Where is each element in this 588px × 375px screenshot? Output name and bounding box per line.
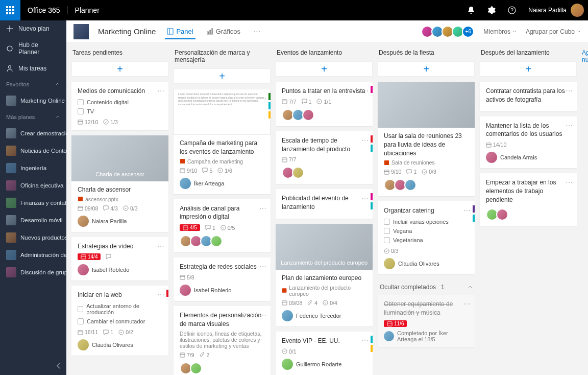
- task-card[interactable]: Lorem ipsum dolor sit amet consectetur a…: [174, 89, 271, 194]
- add-bucket-button[interactable]: Agregar nue: [582, 43, 588, 69]
- checkbox[interactable]: [78, 306, 83, 312]
- card-menu-button[interactable]: ⋯: [463, 300, 471, 308]
- card-menu-button[interactable]: ⋯: [463, 87, 471, 95]
- assignee[interactable]: Naiara Padilla: [78, 216, 162, 227]
- card-menu-button[interactable]: ⋯: [157, 291, 164, 299]
- assignee[interactable]: Federico Tercedor: [282, 310, 366, 321]
- card-menu-button[interactable]: ⋯: [361, 87, 369, 95]
- add-task-button[interactable]: +: [480, 61, 577, 77]
- card-menu-button[interactable]: ⋯: [259, 204, 266, 213]
- task-card-completed[interactable]: Obtener equipamiento de iluminación y mú…: [378, 295, 475, 347]
- plan-link[interactable]: Crear demostración: [0, 125, 66, 142]
- members-overflow[interactable]: +6: [462, 26, 474, 38]
- checklist-item[interactable]: TV: [78, 107, 162, 116]
- task-card[interactable]: Análisis de canal para impresión o digit…: [174, 199, 271, 253]
- help-button[interactable]: ?: [502, 0, 522, 20]
- task-card[interactable]: Elementos de personalización de marca vi…: [174, 306, 271, 375]
- user-menu[interactable]: Naiara Padilla: [522, 4, 588, 17]
- card-menu-button[interactable]: ⋯: [566, 87, 573, 95]
- task-card[interactable]: Organizar cateringIncluir varias opcione…: [378, 201, 475, 274]
- settings-button[interactable]: [481, 0, 502, 20]
- tab-board[interactable]: Panel: [165, 25, 195, 39]
- checkbox[interactable]: [384, 228, 390, 234]
- add-task-button[interactable]: +: [378, 61, 475, 77]
- task-card[interactable]: Medios de comunicaciónContenido digitalT…: [71, 82, 168, 130]
- add-task-button[interactable]: +: [276, 61, 373, 77]
- checkbox[interactable]: [384, 219, 390, 225]
- plan-link[interactable]: Discusión de grupo: [0, 264, 66, 281]
- bucket-title[interactable]: Eventos de lanzamiento: [276, 49, 373, 61]
- more-plans-section-toggle[interactable]: Más planes: [0, 109, 66, 125]
- plan-link[interactable]: Ingeniería: [0, 159, 66, 177]
- checkbox[interactable]: [78, 318, 84, 324]
- card-menu-button[interactable]: ⋯: [361, 136, 369, 145]
- assignee-pile[interactable]: [486, 208, 571, 221]
- assignee-pile[interactable]: [180, 235, 264, 247]
- plan-link[interactable]: Finanzas y contabilidad: [0, 194, 66, 212]
- planner-hub-link[interactable]: Hub de Planner: [0, 37, 66, 60]
- task-card[interactable]: Evento VIP - EE. UU. 0/1Guillermo Rodart…: [276, 332, 373, 375]
- assignee-pile[interactable]: [384, 179, 469, 191]
- checklist-item[interactable]: Incluir varias opciones: [384, 217, 469, 226]
- task-card[interactable]: Contratar contratista para los activos d…: [480, 82, 577, 111]
- task-card[interactable]: Estrategia de redes sociales 5/8Isabel R…: [174, 257, 271, 301]
- tab-charts[interactable]: Gráficos: [205, 25, 242, 38]
- checklist-item[interactable]: Vegana: [384, 226, 469, 236]
- card-menu-button[interactable]: ⋯: [361, 337, 369, 345]
- checklist-item[interactable]: Contenido digital: [78, 98, 162, 107]
- my-tasks-link[interactable]: Mis tareas: [0, 60, 66, 77]
- card-menu-button[interactable]: ⋯: [361, 194, 369, 202]
- task-card[interactable]: Iniciar en la webActualizar entorno de p…: [71, 286, 168, 356]
- card-menu-button[interactable]: ⋯: [259, 94, 266, 102]
- checkbox[interactable]: [384, 237, 390, 243]
- card-menu-button[interactable]: ⋯: [157, 140, 164, 149]
- plan-link[interactable]: Desarrollo móvil: [0, 212, 66, 229]
- card-menu-button[interactable]: ⋯: [157, 242, 164, 250]
- checklist-item[interactable]: Vegetariana: [384, 236, 469, 245]
- plan-link[interactable]: Oficina ejecutiva: [0, 177, 66, 194]
- group-by-dropdown[interactable]: Agrupar por Cubo: [526, 28, 581, 35]
- task-card[interactable]: Charla de ascensorCharla de ascensor asc…: [71, 135, 168, 232]
- members-dropdown[interactable]: Miembros: [483, 28, 517, 35]
- task-card[interactable]: Escala de tiempo de lanzamiento del prod…: [276, 131, 373, 184]
- assignee-pile[interactable]: [282, 109, 366, 121]
- assignee-pile[interactable]: [282, 167, 366, 179]
- new-plan-button[interactable]: Nuevo plan: [0, 20, 66, 37]
- task-card[interactable]: Empezar a trabajar en los elementos de t…: [480, 173, 577, 225]
- completed-toggle[interactable]: Ocultar completados 1: [378, 279, 475, 295]
- assignee[interactable]: Claudia Olivares: [78, 339, 162, 350]
- card-menu-button[interactable]: ⋯: [566, 122, 573, 130]
- card-menu-button[interactable]: ⋯: [361, 229, 369, 237]
- task-card[interactable]: Usar la sala de reuniones 23 para lluvia…: [378, 82, 475, 196]
- plan-link[interactable]: Nuevos productos: [0, 229, 66, 246]
- more-menu[interactable]: ⋯: [252, 25, 262, 38]
- checkbox[interactable]: [78, 99, 84, 105]
- notifications-button[interactable]: [461, 0, 481, 20]
- assignee[interactable]: Claudia Olivares: [384, 258, 469, 269]
- bucket-title[interactable]: Después del lanzamiento: [480, 49, 577, 61]
- assignee[interactable]: Guillermo Rodarte: [282, 359, 366, 370]
- bucket-title[interactable]: Personalización de marca y mensajería: [174, 49, 271, 68]
- bucket-title[interactable]: Tareas pendientes: [71, 49, 168, 61]
- app-launcher-button[interactable]: [0, 0, 20, 20]
- assignee[interactable]: Íker Arteaga: [180, 178, 264, 189]
- favorites-section-toggle[interactable]: Favoritos: [0, 77, 66, 92]
- task-card[interactable]: Publicidad del evento de lanzamiento⋯: [276, 189, 373, 219]
- task-card[interactable]: Mantener la lista de los comentarios de …: [480, 116, 577, 169]
- card-menu-button[interactable]: ⋯: [259, 311, 266, 319]
- add-task-button[interactable]: +: [174, 68, 271, 84]
- plan-link[interactable]: Noticias de Contoso: [0, 142, 66, 159]
- checkbox[interactable]: [78, 108, 84, 114]
- assignee[interactable]: Candela Arrais: [486, 152, 571, 163]
- assignee-pile[interactable]: [180, 362, 264, 374]
- card-menu-button[interactable]: ⋯: [566, 178, 573, 186]
- checklist-item[interactable]: Cambiar el conmutador: [78, 317, 162, 326]
- collapse-nav-button[interactable]: [55, 362, 62, 371]
- add-task-button[interactable]: +: [71, 61, 168, 77]
- card-menu-button[interactable]: ⋯: [157, 87, 164, 95]
- card-menu-button[interactable]: ⋯: [463, 206, 471, 215]
- plan-link-favorite[interactable]: Marketing Online: [0, 92, 66, 109]
- checklist-item[interactable]: Actualizar entorno de producción: [78, 301, 162, 317]
- card-menu-button[interactable]: ⋯: [259, 263, 266, 271]
- task-card[interactable]: Lanzamiento del producto europeoPlan de …: [276, 224, 373, 326]
